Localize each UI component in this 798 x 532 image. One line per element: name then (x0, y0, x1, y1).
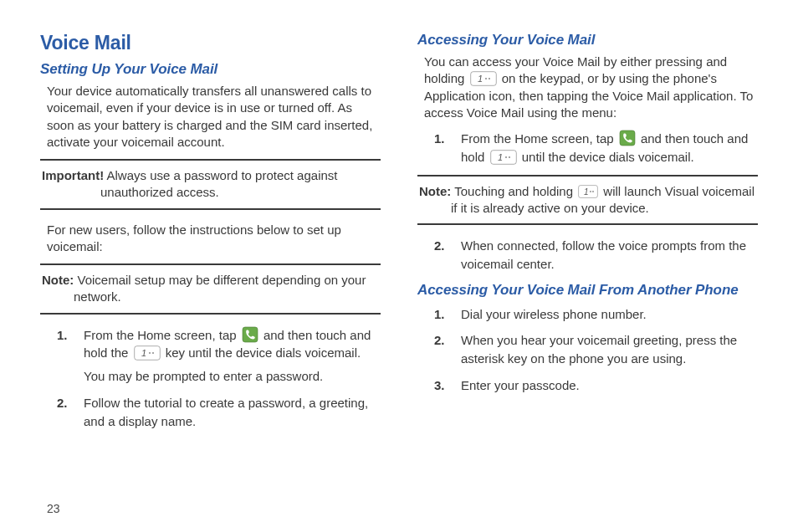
step-text: From the Home screen, tap (84, 328, 240, 342)
list-item: 1. From the Home screen, tap and then to… (57, 326, 381, 386)
note-text: will launch Visual voicemail (600, 184, 755, 198)
step-text: key until the device dials voicemail. (162, 345, 361, 360)
important-text-line1: Always use a password to protect against (104, 168, 337, 182)
paragraph: For new users, follow the instructions b… (47, 222, 381, 256)
paragraph: Your device automatically transfers all … (47, 83, 381, 151)
right-column: Accessing Your Voice Mail You can access… (417, 32, 758, 438)
keypad-1-icon (470, 71, 497, 86)
keypad-1-icon (134, 345, 161, 361)
important-callout: Important! Always use a password to prot… (40, 159, 381, 210)
step-text: When connected, follow the voice prompts… (461, 238, 746, 271)
phone-icon (242, 326, 258, 343)
step-text: When you hear your voicemail greeting, p… (461, 333, 737, 366)
step-text: From the Home screen, tap (461, 131, 617, 146)
subsection-title-access: Accessing Your Voice Mail (417, 32, 758, 49)
page-columns: Voice Mail Setting Up Your Voice Mail Yo… (40, 32, 758, 438)
step-extra-text: You may be prompted to enter a password. (84, 367, 381, 386)
step-text: Dial your wireless phone number. (461, 307, 647, 321)
list-item: 3. Enter your passcode. (434, 376, 758, 395)
subsection-title-setup: Setting Up Your Voice Mail (40, 61, 381, 78)
step-number: 2. (57, 394, 68, 412)
note-text-line2: if it is already active on your device. (419, 200, 756, 217)
section-title: Voice Mail (40, 32, 381, 54)
note-label: Note: (42, 273, 74, 287)
step-number: 1. (434, 130, 445, 148)
keypad-1-icon (578, 185, 598, 198)
note-text-line2: network. (42, 289, 379, 305)
note-callout: Note: Touching and holding will launch V… (417, 175, 758, 226)
list-item: 2. Follow the tutorial to create a passw… (57, 394, 381, 431)
step-text: until the device dials voicemail. (519, 150, 694, 164)
page-number: 23 (47, 502, 60, 515)
note-label: Note: (419, 184, 451, 198)
step-text: Enter your passcode. (461, 378, 580, 392)
step-number: 1. (434, 305, 445, 324)
subsection-title-remote: Accessing Your Voice Mail From Another P… (417, 282, 758, 299)
list-item: 2. When connected, follow the voice prom… (434, 237, 758, 274)
setup-steps: 1. From the Home screen, tap and then to… (57, 326, 381, 431)
step-text: Follow the tutorial to create a password… (84, 396, 368, 428)
note-text: Touching and holding (451, 184, 576, 198)
remote-steps: 1. Dial your wireless phone number. 2. W… (434, 305, 758, 395)
step-number: 1. (57, 326, 68, 345)
important-label: Important! (42, 168, 104, 182)
list-item: 1. From the Home screen, tap and then to… (434, 130, 758, 166)
step-number: 2. (434, 237, 445, 255)
list-item: 1. Dial your wireless phone number. (434, 305, 758, 324)
left-column: Voice Mail Setting Up Your Voice Mail Yo… (40, 32, 381, 438)
note-callout: Note: Voicemail setup may be different d… (40, 263, 381, 315)
phone-icon (619, 130, 636, 146)
access-steps-cont: 2. When connected, follow the voice prom… (434, 237, 758, 274)
paragraph: You can access your Voice Mail by either… (424, 54, 758, 121)
keypad-1-icon (490, 150, 517, 165)
access-steps: 1. From the Home screen, tap and then to… (434, 130, 758, 166)
step-number: 3. (434, 376, 445, 395)
list-item: 2. When you hear your voicemail greeting… (434, 331, 758, 368)
step-number: 2. (434, 331, 445, 350)
note-text-line1: Voicemail setup may be different dependi… (74, 273, 366, 287)
important-text-line2: unauthorized access. (42, 184, 379, 201)
